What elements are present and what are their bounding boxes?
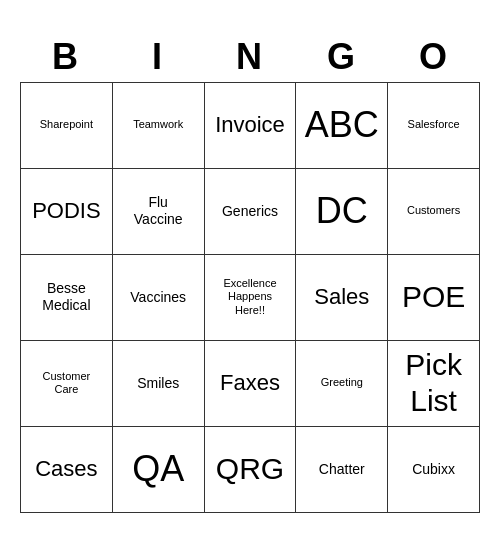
cell-text-12: Excellence Happens Here!!	[223, 277, 276, 317]
cell-text-4: Salesforce	[408, 118, 460, 131]
cell-text-10: Besse Medical	[42, 280, 90, 314]
cell-text-24: Cubixx	[412, 461, 455, 478]
header-letter-n: N	[204, 32, 296, 82]
cell-text-23: Chatter	[319, 461, 365, 478]
cell-text-11: Vaccines	[130, 289, 186, 306]
header-letter-g: G	[296, 32, 388, 82]
cell-text-22: QRG	[216, 451, 284, 487]
bingo-card: BINGO SharepointTeamworkInvoiceABCSalesf…	[20, 32, 480, 513]
bingo-cell-3: ABC	[296, 83, 388, 169]
cell-text-15: Customer Care	[43, 370, 91, 396]
bingo-grid: SharepointTeamworkInvoiceABCSalesforcePO…	[20, 82, 480, 513]
cell-text-0: Sharepoint	[40, 118, 93, 131]
cell-text-19: Pick List	[405, 347, 462, 419]
cell-text-18: Greeting	[321, 376, 363, 389]
bingo-cell-18: Greeting	[296, 341, 388, 427]
cell-text-5: PODIS	[32, 198, 100, 224]
bingo-cell-20: Cases	[21, 427, 113, 513]
cell-text-14: POE	[402, 279, 465, 315]
bingo-cell-2: Invoice	[205, 83, 297, 169]
cell-text-3: ABC	[305, 103, 379, 146]
header-letter-i: I	[112, 32, 204, 82]
cell-text-2: Invoice	[215, 112, 285, 138]
bingo-cell-14: POE	[388, 255, 480, 341]
bingo-cell-12: Excellence Happens Here!!	[205, 255, 297, 341]
bingo-cell-11: Vaccines	[113, 255, 205, 341]
bingo-cell-0: Sharepoint	[21, 83, 113, 169]
bingo-header: BINGO	[20, 32, 480, 82]
bingo-cell-8: DC	[296, 169, 388, 255]
bingo-cell-23: Chatter	[296, 427, 388, 513]
bingo-cell-17: Faxes	[205, 341, 297, 427]
bingo-cell-16: Smiles	[113, 341, 205, 427]
cell-text-1: Teamwork	[133, 118, 183, 131]
bingo-cell-19: Pick List	[388, 341, 480, 427]
bingo-cell-1: Teamwork	[113, 83, 205, 169]
cell-text-8: DC	[316, 189, 368, 232]
bingo-cell-24: Cubixx	[388, 427, 480, 513]
bingo-cell-22: QRG	[205, 427, 297, 513]
cell-text-13: Sales	[314, 284, 369, 310]
bingo-cell-6: Flu Vaccine	[113, 169, 205, 255]
bingo-cell-9: Customers	[388, 169, 480, 255]
cell-text-16: Smiles	[137, 375, 179, 392]
bingo-cell-7: Generics	[205, 169, 297, 255]
cell-text-20: Cases	[35, 456, 97, 482]
cell-text-17: Faxes	[220, 370, 280, 396]
bingo-cell-5: PODIS	[21, 169, 113, 255]
header-letter-b: B	[20, 32, 112, 82]
bingo-cell-13: Sales	[296, 255, 388, 341]
bingo-cell-21: QA	[113, 427, 205, 513]
bingo-cell-15: Customer Care	[21, 341, 113, 427]
bingo-cell-4: Salesforce	[388, 83, 480, 169]
header-letter-o: O	[388, 32, 480, 82]
bingo-cell-10: Besse Medical	[21, 255, 113, 341]
cell-text-9: Customers	[407, 204, 460, 217]
cell-text-6: Flu Vaccine	[134, 194, 183, 228]
cell-text-21: QA	[132, 447, 184, 490]
cell-text-7: Generics	[222, 203, 278, 220]
